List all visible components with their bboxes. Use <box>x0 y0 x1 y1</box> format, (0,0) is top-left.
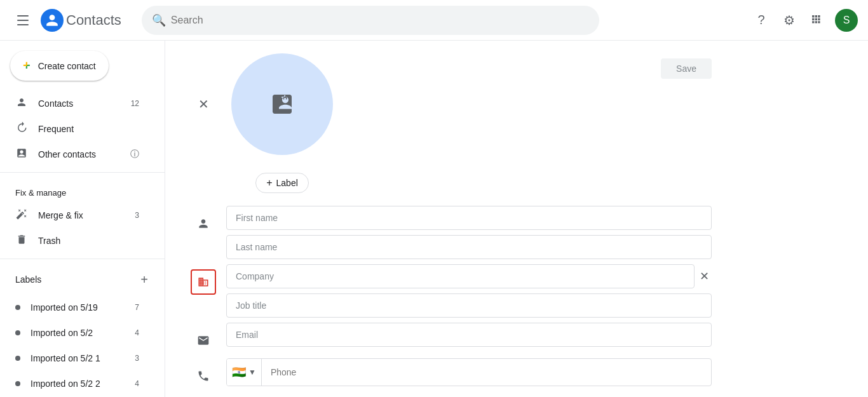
email-fields-group <box>226 323 712 347</box>
label-dot-icon <box>15 356 20 361</box>
sidebar-item-trash[interactable]: Trash <box>0 228 154 253</box>
form-header: ✕ + Label <box>191 41 712 193</box>
label-dot-icon <box>15 381 20 386</box>
form-fields: ✕ <box>191 193 712 397</box>
phone-input[interactable] <box>262 361 711 384</box>
label-item-0[interactable]: Imported on 5/19 7 <box>0 295 154 320</box>
add-label-button[interactable]: + <box>134 269 154 290</box>
label-count-2: 3 <box>135 354 139 363</box>
phone-icon <box>191 363 216 389</box>
label-dot-icon <box>15 305 20 310</box>
company-field-row: ✕ <box>191 264 712 318</box>
search-icon: 🔍 <box>152 13 166 27</box>
form-actions: Save <box>661 53 712 79</box>
contacts-icon <box>15 97 28 111</box>
contacts-count: 12 <box>131 99 139 108</box>
frequent-label: Frequent <box>38 124 139 134</box>
company-clear-button[interactable]: ✕ <box>697 267 712 286</box>
apps-button[interactable] <box>804 8 830 33</box>
first-name-input[interactable] <box>226 206 712 230</box>
phone-fields-group: 🇮🇳 ▼ <box>226 358 712 386</box>
other-contacts-info-icon[interactable]: ⓘ <box>130 149 139 160</box>
label-btn-text: Label <box>276 178 298 188</box>
person-icon <box>191 211 216 236</box>
email-icon <box>191 328 216 353</box>
avatar-upload-button[interactable] <box>231 53 333 155</box>
labels-section-header: Labels + <box>0 264 165 295</box>
label-item-3[interactable]: Imported on 5/2 2 4 <box>0 371 154 396</box>
close-button[interactable]: ✕ <box>191 91 216 117</box>
company-icon <box>191 269 216 295</box>
label-name-1: Imported on 5/2 <box>31 328 125 338</box>
labels-title: Labels <box>15 274 134 285</box>
country-flag: 🇮🇳 <box>232 365 246 379</box>
merge-fix-label: Merge & fix <box>38 210 125 220</box>
settings-button[interactable]: ⚙ <box>776 8 802 33</box>
label-count-0: 7 <box>135 303 139 312</box>
contacts-label: Contacts <box>38 98 121 109</box>
label-name-0: Imported on 5/19 <box>31 302 125 313</box>
search-bar[interactable]: 🔍 <box>142 6 599 35</box>
trash-icon <box>15 234 28 248</box>
phone-field-row: 🇮🇳 ▼ <box>191 358 712 389</box>
sidebar-item-contacts[interactable]: Contacts 12 <box>0 91 154 116</box>
company-input-wrapper: ✕ <box>226 264 712 288</box>
create-contact-label: Create contact <box>38 61 96 71</box>
company-fields-group: ✕ <box>226 264 712 318</box>
name-fields-group <box>226 206 712 259</box>
company-input[interactable] <box>226 264 695 288</box>
add-label-button[interactable]: + Label <box>255 173 309 193</box>
app-logo: Contacts <box>41 9 121 32</box>
job-title-input[interactable] <box>226 293 712 318</box>
menu-button[interactable] <box>10 8 36 33</box>
other-contacts-icon <box>15 147 28 162</box>
country-selector[interactable]: 🇮🇳 ▼ <box>227 359 262 386</box>
label-item-2[interactable]: Imported on 5/2 1 3 <box>0 346 154 371</box>
fix-manage-header: Fix & manage <box>0 178 165 203</box>
avatar-section: + Label <box>231 53 333 193</box>
sidebar-item-frequent[interactable]: Frequent <box>0 116 154 142</box>
user-avatar[interactable]: S <box>835 9 858 32</box>
merge-fix-icon <box>15 208 28 223</box>
label-item-1[interactable]: Imported on 5/2 4 <box>0 320 154 346</box>
other-contacts-label: Other contacts <box>38 149 120 159</box>
plus-icon: + <box>266 177 272 189</box>
name-field-row <box>191 206 712 259</box>
sidebar: + Create contact Contacts 12 Frequent <box>0 41 165 397</box>
email-input[interactable] <box>226 323 712 347</box>
frequent-icon <box>15 122 28 137</box>
save-button[interactable]: Save <box>661 58 712 79</box>
label-name-3: Imported on 5/2 2 <box>31 379 125 389</box>
sidebar-item-other-contacts[interactable]: Other contacts ⓘ <box>0 142 154 167</box>
trash-label: Trash <box>38 236 139 246</box>
email-field-row <box>191 323 712 353</box>
search-input[interactable] <box>171 15 589 26</box>
label-dot-icon <box>15 330 20 335</box>
sidebar-item-merge-fix[interactable]: Merge & fix 3 <box>0 203 154 228</box>
phone-row: 🇮🇳 ▼ <box>226 358 712 386</box>
label-count-3: 4 <box>135 379 139 388</box>
chevron-down-icon: ▼ <box>248 368 256 377</box>
main-content: ✕ + Label <box>165 41 868 397</box>
merge-fix-count: 3 <box>135 211 139 220</box>
last-name-input[interactable] <box>226 235 712 259</box>
label-name-2: Imported on 5/2 1 <box>31 353 125 363</box>
contact-form: ✕ + Label <box>165 41 737 397</box>
label-count-1: 4 <box>135 328 139 337</box>
app-title: Contacts <box>66 12 121 29</box>
help-button[interactable]: ? <box>749 8 774 33</box>
create-plus-icon: + <box>23 58 31 73</box>
create-contact-button[interactable]: + Create contact <box>10 51 109 81</box>
